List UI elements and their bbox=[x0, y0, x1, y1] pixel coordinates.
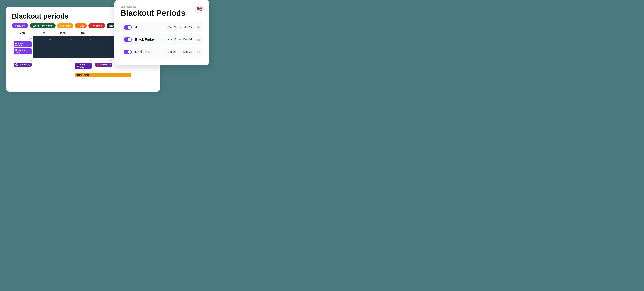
cal-cell-30[interactable]: 30 Alfonso Philips Gretchen Torff bbox=[12, 36, 33, 57]
cal-date-31: 31 bbox=[35, 37, 52, 40]
blackout-row-blackfriday: Black Friday Nov 28 → Dec 01 ⊡ bbox=[120, 34, 203, 45]
cal-cell-9[interactable]: 9 🇩🇪 Labor day Zaire Franci bbox=[73, 57, 93, 79]
cal-cell-7[interactable]: 7 bbox=[33, 57, 53, 79]
blackout-name-audit: Audit bbox=[135, 25, 164, 29]
blackfriday-end: Dec 01 bbox=[183, 38, 192, 41]
arrow-icon: → bbox=[178, 25, 182, 29]
cal-date-10: 10 bbox=[95, 59, 113, 62]
flag-germany: 🇩🇪 bbox=[77, 64, 79, 67]
cal-cell-31[interactable]: 31 bbox=[33, 36, 53, 57]
blackfriday-start: Nov 28 bbox=[168, 38, 176, 41]
flag-christmas: ● bbox=[97, 63, 99, 66]
event-laborday: 🇩🇪 Labor day bbox=[75, 63, 92, 69]
edit-icon-christmas[interactable]: ⊡ bbox=[197, 50, 200, 54]
cal-date-30: 30 bbox=[14, 37, 32, 40]
cal-date-2: 2 bbox=[75, 37, 92, 40]
pill-toil[interactable]: TOIL bbox=[75, 23, 87, 28]
pill-vacation[interactable]: Vacation bbox=[12, 23, 28, 28]
blackout-name-blackfriday: Black Friday bbox=[135, 38, 164, 41]
blackout-row-christmas: Christmas Dec 22 → Dec 29 ⊡ bbox=[120, 47, 203, 57]
blackout-dates-blackfriday: Nov 28 → Dec 01 bbox=[168, 38, 192, 41]
cal-cell-8[interactable]: 8 bbox=[54, 57, 73, 79]
blackout-dates-christmas: Dec 22 → Dec 29 bbox=[168, 50, 192, 53]
cal-date-7: 7 bbox=[35, 59, 52, 62]
cal-date-8: 8 bbox=[55, 59, 72, 62]
cal-date-6: 6 bbox=[14, 59, 32, 62]
event-christmas-cal: ● Christmas bbox=[95, 63, 113, 67]
header-thu: Thu bbox=[73, 32, 94, 36]
card-title: Blackout Periods bbox=[120, 9, 203, 17]
christmas-start: Dec 22 bbox=[168, 50, 176, 53]
event-alfonso: Alfonso Philips bbox=[14, 41, 32, 47]
header-mon: Mon bbox=[12, 32, 32, 36]
header-wed: Wed bbox=[52, 32, 73, 36]
edit-icon-blackfriday[interactable]: ⊡ bbox=[197, 38, 200, 41]
header-fri: Fri bbox=[93, 32, 114, 36]
header-tue: Tues bbox=[32, 32, 53, 36]
card-subtitle: San Francisco bbox=[120, 5, 203, 8]
toggle-audit[interactable] bbox=[124, 25, 132, 29]
arrow-icon-2: → bbox=[178, 38, 181, 41]
cal-date-9: 9 bbox=[75, 59, 92, 62]
arrow-icon-3: → bbox=[178, 50, 181, 53]
blackout-name-christmas: Christmas bbox=[135, 50, 164, 54]
flag-austria: 🇦🇹 bbox=[15, 63, 18, 66]
cal-date-1: 1 bbox=[55, 37, 72, 40]
cal-cell-2[interactable]: 2 bbox=[73, 36, 93, 57]
toggle-christmas[interactable] bbox=[124, 50, 132, 54]
toggle-blackfriday[interactable] bbox=[124, 37, 132, 42]
cal-cell-10[interactable]: 10 ● Christmas bbox=[94, 57, 114, 79]
pill-holidays[interactable]: Holidays bbox=[88, 23, 105, 28]
event-gretchen: Gretchen Torff bbox=[14, 48, 32, 54]
edit-icon-audit[interactable]: ⊡ bbox=[197, 25, 200, 29]
pill-sickday[interactable]: Sick Day bbox=[57, 23, 74, 28]
blackout-row-audit: Audit Mar 25 → Mar 29 ⊡ bbox=[120, 22, 203, 32]
event-ephiphany: 🇦🇹 Ephiphany bbox=[14, 63, 32, 67]
pill-wfh[interactable]: Work from home bbox=[30, 23, 56, 28]
blackout-card: 🇺🇸 San Francisco Blackout Periods Audit … bbox=[114, 0, 209, 65]
cal-cell-1[interactable]: 1 bbox=[54, 36, 73, 57]
cal-cell-w1-5[interactable] bbox=[94, 36, 114, 57]
christmas-end: Dec 29 bbox=[183, 50, 192, 53]
cal-cell-6[interactable]: 6 🇦🇹 Ephiphany bbox=[12, 57, 33, 79]
audit-end: Mar 29 bbox=[184, 26, 192, 29]
audit-start: Mar 25 bbox=[168, 26, 176, 29]
country-flag: 🇺🇸 bbox=[195, 5, 204, 13]
blackout-dates-audit: Mar 25 → Mar 29 bbox=[168, 25, 192, 29]
